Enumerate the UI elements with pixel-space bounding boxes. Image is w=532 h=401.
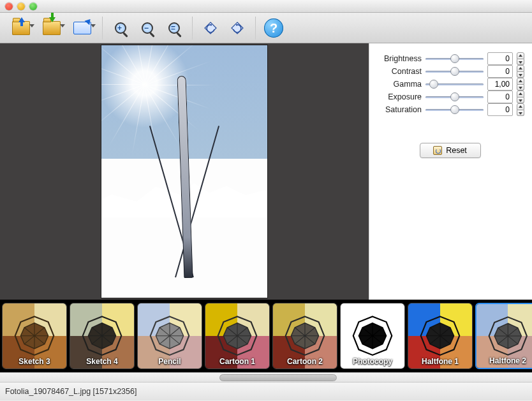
open-file-button[interactable] — [6, 15, 36, 41]
main-toolbar: + − = ? — [0, 13, 532, 43]
toolbar-separator — [192, 17, 193, 40]
gamma-slider[interactable] — [425, 79, 484, 89]
saturation-value-input[interactable] — [487, 103, 513, 116]
zoom-window-button[interactable] — [29, 3, 37, 10]
effect-tile-cartoon1[interactable]: Cartoon 1 — [205, 303, 270, 369]
contrast-stepper[interactable] — [517, 65, 524, 78]
effect-tile-halftone2[interactable]: Haltfone 2 — [475, 303, 532, 369]
slider-row-brightness: Brightness — [376, 52, 524, 65]
saturation-label: Saturation — [376, 105, 422, 114]
scrollbar-thumb[interactable] — [219, 374, 337, 381]
help-icon: ? — [264, 18, 283, 38]
exposure-label: Exposure — [376, 92, 422, 101]
save-file-button[interactable] — [37, 15, 66, 41]
status-text: Fotolia_19078467_L.jpg [1571x2356] — [5, 387, 137, 396]
rotate-right-button[interactable] — [225, 15, 250, 41]
gamma-stepper[interactable] — [517, 78, 524, 91]
slider-row-contrast: Contrast — [376, 65, 524, 78]
slider-row-saturation: Saturation — [376, 103, 524, 116]
effect-tile-pencil[interactable]: Pencil — [137, 303, 202, 369]
slider-row-gamma: Gamma — [376, 78, 524, 91]
minimize-window-button[interactable] — [17, 3, 25, 10]
brightness-stepper[interactable] — [517, 52, 524, 65]
reset-button[interactable]: Reset — [420, 143, 481, 158]
export-button[interactable] — [68, 15, 97, 41]
magnifier-plus-icon: + — [114, 21, 128, 35]
exposure-slider[interactable] — [425, 92, 484, 102]
effect-tile-halftone1[interactable]: Haltfone 1 — [408, 303, 473, 369]
effect-label: Photocopy — [341, 357, 404, 366]
dropdown-caret-icon — [60, 24, 65, 27]
dropdown-caret-icon — [91, 24, 96, 27]
gamma-label: Gamma — [376, 80, 422, 89]
effect-tile-photocopy[interactable]: Photocopy — [340, 303, 405, 369]
export-icon — [73, 22, 91, 34]
effect-label: Cartoon 2 — [273, 357, 337, 366]
brightness-label: Brightness — [376, 54, 422, 63]
exposure-value-input[interactable] — [487, 91, 513, 103]
effects-strip[interactable]: Sketch 3Sketch 4PencilCartoon 1Cartoon 2… — [0, 300, 532, 372]
toolbar-separator — [102, 17, 103, 40]
effect-label: Sketch 4 — [70, 357, 134, 366]
zoom-out-button[interactable]: − — [135, 15, 160, 41]
exposure-stepper[interactable] — [517, 91, 524, 103]
status-bar: Fotolia_19078467_L.jpg [1571x2356] — [0, 383, 532, 400]
help-button[interactable]: ? — [261, 15, 286, 41]
effect-label: Haltfone 1 — [408, 357, 472, 366]
contrast-value-input[interactable] — [487, 65, 513, 78]
brightness-slider[interactable] — [425, 54, 484, 64]
zoom-fit-button[interactable]: = — [161, 15, 187, 41]
zoom-in-button[interactable]: + — [108, 15, 133, 41]
rotate-left-icon — [203, 20, 218, 36]
effect-tile-sketch3[interactable]: Sketch 3 — [2, 303, 67, 369]
rotate-left-button[interactable] — [198, 15, 223, 41]
main-area: BrightnessContrastGammaExposureSaturatio… — [0, 43, 532, 300]
close-window-button[interactable] — [5, 3, 13, 10]
gamma-value-input[interactable] — [487, 78, 513, 91]
canvas-viewport[interactable] — [0, 43, 369, 300]
magnifier-minus-icon: − — [140, 21, 154, 35]
effect-label: Pencil — [138, 357, 202, 366]
effect-label: Cartoon 1 — [205, 357, 269, 366]
ski-graphic — [175, 76, 194, 278]
window-titlebar — [0, 0, 532, 13]
contrast-label: Contrast — [376, 67, 422, 76]
dropdown-caret-icon — [29, 24, 34, 27]
effect-tile-sketch4[interactable]: Sketch 4 — [70, 303, 135, 369]
magnifier-equal-icon: = — [167, 21, 181, 35]
sun-graphic — [145, 85, 145, 85]
brightness-value-input[interactable] — [487, 52, 513, 65]
reset-label: Reset — [446, 146, 467, 155]
upload-arrow-icon — [18, 17, 25, 22]
saturation-stepper[interactable] — [517, 103, 524, 116]
effect-tile-cartoon2[interactable]: Cartoon 2 — [272, 303, 337, 369]
effect-label: Haltfone 2 — [477, 356, 532, 365]
slider-row-exposure: Exposure — [376, 91, 524, 103]
image-canvas — [101, 45, 267, 298]
saturation-slider[interactable] — [425, 105, 484, 115]
adjustments-panel: BrightnessContrastGammaExposureSaturatio… — [369, 43, 532, 300]
reset-icon — [433, 146, 442, 155]
download-arrow-icon — [49, 17, 55, 22]
rotate-right-icon — [230, 20, 245, 36]
effects-scrollbar[interactable] — [0, 372, 532, 383]
effect-label: Sketch 3 — [3, 357, 66, 366]
contrast-slider[interactable] — [425, 66, 484, 77]
toolbar-separator — [255, 17, 256, 40]
